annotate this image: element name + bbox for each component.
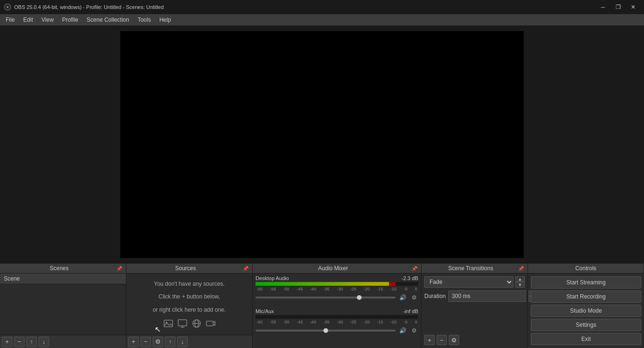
audiomixer-panel: Desktop Audio -2.3 dB -60-55-50-45-40-35… [253, 273, 421, 348]
scene-add-button[interactable]: + [2, 337, 12, 347]
transition-remove-button[interactable]: − [437, 335, 447, 345]
desktop-audio-scale: -60-55-50-45-40-35-30-25-20-15-10-50 [256, 287, 418, 291]
source-add-button[interactable]: + [128, 337, 139, 347]
preview-canvas [120, 31, 524, 258]
scene-up-button[interactable]: ↑ [26, 337, 37, 347]
scene-down-button[interactable]: ↓ [39, 337, 49, 347]
scenes-header-label: Scenes [4, 265, 115, 272]
titlebar-controls[interactable]: ─ ❐ ✕ [596, 2, 640, 12]
scenes-list: Scene [0, 273, 126, 335]
transition-select-row: Fade Cut Swipe Slide ▲ ▼ [424, 276, 525, 288]
svg-rect-11 [206, 321, 213, 326]
menu-tools[interactable]: Tools [134, 16, 155, 24]
preview-area [0, 25, 644, 263]
desktop-audio-meter [256, 282, 418, 286]
menu-profile[interactable]: Profile [58, 16, 82, 24]
mic-aux-scale: -60-55-50-45-40-35-30-25-20-15-10-50 [256, 320, 418, 324]
main: Scenes 📌 Sources 📌 Audio Mixer 📌 Scene T… [0, 25, 644, 348]
transitions-toolbar: + − ⚙ [424, 335, 525, 345]
desktop-audio-settings[interactable]: ⚙ [410, 293, 418, 302]
start-recording-button[interactable]: Start Recording [531, 290, 641, 303]
scenes-panel-header: Scenes 📌 [0, 264, 126, 273]
controls-panel: Start Streaming Start Recording Studio M… [528, 273, 644, 348]
source-remove-button[interactable]: − [140, 337, 151, 347]
audiomixer-panel-header: Audio Mixer 📌 [253, 264, 421, 273]
menu-scene-collection[interactable]: Scene Collection [83, 16, 133, 24]
start-streaming-button[interactable]: Start Streaming [531, 276, 641, 289]
titlebar-left: OBS 25.0.4 (64-bit, windows) - Profile: … [4, 3, 164, 11]
menu-file[interactable]: File [2, 16, 18, 24]
menu-edit[interactable]: Edit [19, 16, 37, 24]
image-source-icon [163, 318, 173, 329]
bottom-panel: Scenes 📌 Sources 📌 Audio Mixer 📌 Scene T… [0, 263, 644, 348]
sources-pin-icon[interactable]: 📌 [243, 266, 248, 271]
scenes-panel: Scene + − ↑ ↓ [0, 273, 126, 348]
scenes-pin-icon[interactable]: 📌 [116, 266, 122, 271]
video-capture-icon [206, 318, 216, 329]
settings-button[interactable]: Settings [531, 319, 641, 331]
mic-aux-controls: 🔊 ⚙ [256, 326, 418, 335]
mic-aux-name: Mic/Aux [256, 308, 274, 314]
mic-aux-channel: Mic/Aux -inf dB -60-55-50-45-40-35-30-25… [256, 308, 418, 335]
desktop-audio-mute[interactable]: 🔊 [398, 293, 407, 302]
desktop-audio-controls: 🔊 ⚙ [256, 293, 418, 302]
scene-item[interactable]: Scene [0, 273, 126, 284]
panel-content: Scene + − ↑ ↓ You don't have any sources… [0, 273, 644, 348]
transitions-panel: Fade Cut Swipe Slide ▲ ▼ Duration ▲ [421, 273, 528, 348]
close-button[interactable]: ✕ [626, 2, 640, 12]
mic-aux-db: -inf dB [403, 308, 418, 314]
audiomixer-header-label: Audio Mixer [256, 265, 410, 272]
desktop-audio-name: Desktop Audio [256, 275, 289, 281]
titlebar: OBS 25.0.4 (64-bit, windows) - Profile: … [0, 0, 644, 14]
browser-source-icon [191, 318, 202, 329]
transitions-panel-header: Scene Transitions 📌 [421, 264, 528, 273]
scene-remove-button[interactable]: − [14, 337, 25, 347]
source-up-button[interactable]: ↑ [165, 337, 175, 347]
minimize-button[interactable]: ─ [596, 2, 610, 12]
sources-empty-line2: Click the + button below, [158, 292, 220, 301]
transition-spin-btns: ▲ ▼ [515, 276, 525, 288]
transition-select[interactable]: Fade Cut Swipe Slide [424, 276, 513, 288]
desktop-audio-slider[interactable] [256, 297, 396, 298]
transitions-header-label: Scene Transitions [425, 265, 516, 272]
menu-help[interactable]: Help [156, 16, 175, 24]
controls-panel-header: Controls [528, 264, 644, 273]
mic-aux-meter [256, 315, 418, 319]
desktop-audio-top: Desktop Audio -2.3 dB [256, 275, 418, 281]
controls-header-label: Controls [532, 265, 640, 272]
sources-panel: You don't have any sources. Click the + … [126, 273, 253, 348]
transition-spin-up[interactable]: ▲ [515, 276, 525, 282]
mic-aux-mute[interactable]: 🔊 [398, 326, 407, 335]
mic-aux-slider[interactable] [256, 330, 396, 331]
svg-rect-3 [164, 320, 173, 327]
display-capture-icon [177, 318, 188, 329]
scenes-toolbar: + − ↑ ↓ [0, 335, 126, 348]
transition-spin-down[interactable]: ▼ [515, 282, 525, 288]
sources-header-label: Sources [130, 265, 241, 272]
desktop-audio-channel: Desktop Audio -2.3 dB -60-55-50-45-40-35… [256, 275, 418, 302]
maximize-button[interactable]: ❐ [611, 2, 625, 12]
desktop-audio-db: -2.3 dB [402, 275, 418, 281]
sources-toolbar: + − ⚙ ↑ ↓ ↖ [126, 335, 252, 348]
svg-rect-5 [178, 320, 187, 326]
transition-add-button[interactable]: + [424, 335, 435, 345]
mic-aux-settings[interactable]: ⚙ [410, 326, 418, 335]
menu-view[interactable]: View [38, 16, 58, 24]
sources-empty: You don't have any sources. Click the + … [126, 273, 252, 335]
transitions-pin-icon[interactable]: 📌 [518, 266, 524, 271]
audiomixer-pin-icon[interactable]: 📌 [412, 266, 417, 271]
menubar: File Edit View Profile Scene Collection … [0, 14, 644, 25]
exit-button[interactable]: Exit [531, 333, 641, 345]
source-down-button[interactable]: ↓ [177, 337, 188, 347]
title-text: OBS 25.0.4 (64-bit, windows) - Profile: … [14, 4, 164, 10]
panel-headers: Scenes 📌 Sources 📌 Audio Mixer 📌 Scene T… [0, 263, 644, 273]
duration-input[interactable] [448, 290, 526, 302]
duration-row: Duration ▲ ▼ [424, 290, 525, 302]
studio-mode-button[interactable]: Studio Mode [531, 305, 641, 317]
svg-point-2 [7, 6, 8, 8]
duration-label: Duration [424, 293, 446, 299]
sources-panel-header: Sources 📌 [126, 264, 253, 273]
app-icon [4, 3, 11, 11]
transition-settings-button[interactable]: ⚙ [449, 335, 459, 345]
source-settings-button[interactable]: ⚙ [153, 337, 163, 347]
